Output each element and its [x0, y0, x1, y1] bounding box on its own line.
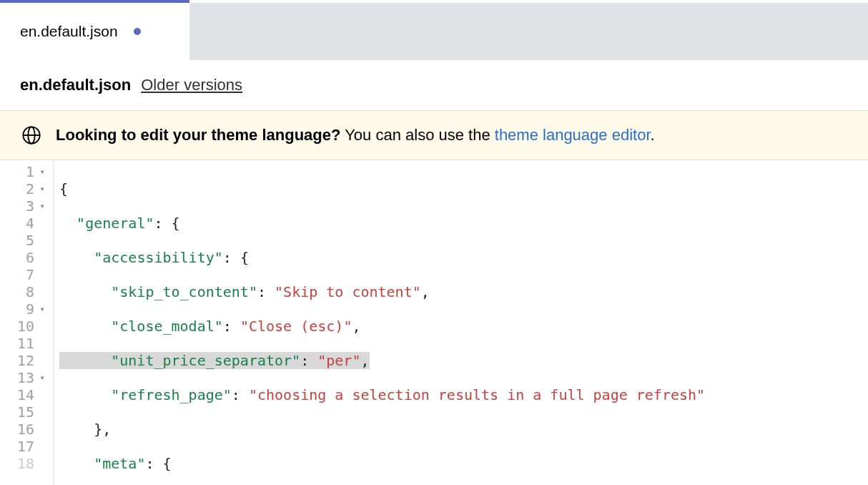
editor-gutter: 1▾ 2▾ 3▾ 4 5 6 7 8 9▾ 10 11 12 13▾ 14 15…	[0, 160, 54, 485]
gutter-line[interactable]: 1▾	[0, 163, 50, 180]
gutter-line[interactable]: 14	[0, 386, 50, 403]
globe-icon	[21, 125, 41, 145]
theme-language-editor-link[interactable]: theme language editor	[495, 126, 651, 144]
gutter-line[interactable]: 4	[0, 215, 50, 232]
file-name: en.default.json	[20, 76, 131, 94]
gutter-line[interactable]: 7	[0, 266, 50, 283]
gutter-line[interactable]: 10	[0, 318, 50, 335]
code-line[interactable]: {	[59, 180, 868, 197]
code-line[interactable]: "meta": {	[59, 455, 868, 472]
notice-text: Looking to edit your theme language? You…	[56, 126, 655, 144]
gutter-line[interactable]: 6	[0, 249, 50, 266]
notice-period: .	[651, 126, 655, 144]
gutter-line[interactable]: 11	[0, 335, 50, 352]
fold-icon[interactable]: ▾	[36, 163, 49, 180]
file-tab-label: en.default.json	[20, 23, 118, 40]
fold-icon[interactable]: ▾	[36, 369, 49, 386]
fold-icon[interactable]: ▾	[36, 300, 49, 318]
code-line[interactable]: "general": {	[59, 215, 868, 232]
code-line[interactable]: "close_modal": "Close (esc)",	[59, 318, 868, 335]
notice-bar: Looking to edit your theme language? You…	[0, 110, 868, 160]
gutter-line[interactable]: 8	[0, 283, 50, 300]
gutter-line[interactable]: 2▾	[0, 180, 50, 197]
file-header: en.default.json Older versions	[0, 60, 868, 110]
code-area[interactable]: { "general": { "accessibility": { "skip_…	[54, 160, 868, 485]
gutter-line[interactable]: 15	[0, 403, 50, 421]
gutter-line[interactable]: 3▾	[0, 197, 50, 215]
gutter-line[interactable]: 16	[0, 421, 50, 438]
code-line[interactable]: "refresh_page": "choosing a selection re…	[59, 386, 868, 403]
notice-bold: Looking to edit your theme language?	[56, 126, 340, 144]
gutter-line[interactable]: 17	[0, 438, 50, 455]
gutter-line[interactable]: 9▾	[0, 300, 50, 318]
gutter-line[interactable]: 12	[0, 352, 50, 369]
code-line[interactable]: },	[59, 421, 868, 438]
modified-indicator-icon	[134, 28, 141, 35]
notice-rest: You can also use the	[340, 126, 494, 144]
code-line[interactable]: "accessibility": {	[59, 249, 868, 266]
older-versions-link[interactable]: Older versions	[141, 76, 242, 94]
gutter-line[interactable]: 18	[0, 455, 50, 472]
fold-icon[interactable]: ▾	[36, 197, 49, 215]
file-tab[interactable]: en.default.json	[0, 3, 189, 60]
gutter-line[interactable]: 13▾	[0, 369, 50, 386]
code-line[interactable]: "skip_to_content": "Skip to content",	[59, 283, 868, 300]
gutter-line[interactable]: 5	[0, 232, 50, 249]
tab-bar: en.default.json	[0, 3, 868, 60]
fold-icon[interactable]: ▾	[36, 180, 49, 197]
code-editor[interactable]: 1▾ 2▾ 3▾ 4 5 6 7 8 9▾ 10 11 12 13▾ 14 15…	[0, 160, 868, 485]
code-line[interactable]: "unit_price_separator": "per",	[59, 352, 868, 369]
